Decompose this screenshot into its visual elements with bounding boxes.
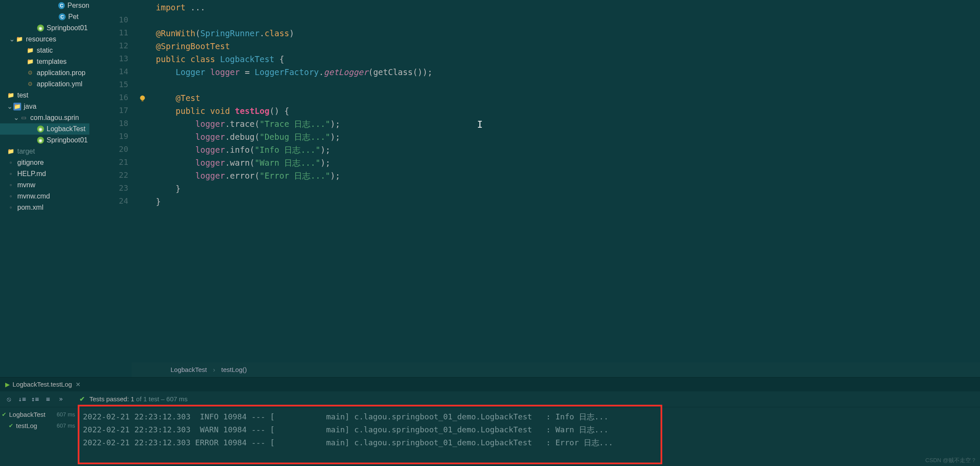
breadcrumb[interactable]: LogbackTest › testLog() xyxy=(132,362,980,378)
code-line[interactable]: logger.warn("Warn 日志..."); xyxy=(156,156,980,169)
tree-item-label: pom.xml xyxy=(17,202,43,213)
run-toolbar: ⦸ ↓≡ ↕≡ ≡ » ✔ Tests passed: 1 of 1 test … xyxy=(0,391,980,407)
code-token: public class xyxy=(156,53,220,66)
folder-icon: 📁 xyxy=(7,148,15,155)
svg-rect-6 xyxy=(142,101,144,101)
console-output[interactable]: 2022-02-21 22:23:12.303 INFO 10984 --- [… xyxy=(78,407,980,466)
test-tree-item[interactable]: ✔testLog607 ms xyxy=(0,420,78,431)
code-token xyxy=(156,157,196,169)
line-number: 11 xyxy=(89,27,128,40)
spr-icon: ◉ xyxy=(37,126,44,132)
test-tree-item[interactable]: ✔LogbackTest607 ms xyxy=(0,409,78,420)
code-editor[interactable]: I import ...@RunWith(SpringRunner.class)… xyxy=(132,0,980,377)
stop-button[interactable]: ⦸ xyxy=(3,393,16,405)
code-token: ); xyxy=(330,118,340,130)
text-cursor-icon: I xyxy=(477,117,483,132)
code-line[interactable]: logger.info("Info 日志..."); xyxy=(156,143,980,156)
code-line[interactable]: @RunWith(SpringRunner.class) xyxy=(156,27,980,40)
line-number: 24 xyxy=(89,195,128,208)
breadcrumb-method[interactable]: testLog() xyxy=(221,366,247,373)
cfg-icon: ⚙ xyxy=(26,69,34,77)
code-token xyxy=(156,118,196,130)
file-icon: ▫ xyxy=(7,204,15,211)
tree-item[interactable]: ⚙application.prop xyxy=(0,67,89,79)
file-icon: ▫ xyxy=(7,159,15,167)
log-line[interactable]: 2022-02-21 22:23:12.303 INFO 10984 --- [… xyxy=(83,411,975,424)
expand-button[interactable]: ≡ xyxy=(41,393,54,405)
tree-item[interactable]: ▫mvnw xyxy=(0,179,89,191)
test-tree[interactable]: ✔LogbackTest607 ms✔testLog607 ms xyxy=(0,407,78,466)
code-token: import xyxy=(156,1,186,14)
folder-icon: 📁 xyxy=(13,103,21,110)
tree-item-label: Pet xyxy=(68,12,79,22)
tree-item[interactable]: ⌄▭com.lagou.sprin xyxy=(0,112,89,123)
code-line[interactable]: @Test xyxy=(156,91,980,104)
tree-item[interactable]: ◉Springboot01 xyxy=(0,135,89,146)
code-token: logger xyxy=(210,66,240,79)
tree-item[interactable]: CPet xyxy=(0,11,89,22)
tree-item[interactable]: 📁target xyxy=(0,146,89,157)
tree-item[interactable]: ▫pom.xml xyxy=(0,202,89,213)
tree-item[interactable]: ▫HELP.md xyxy=(0,168,89,179)
code-line[interactable]: Logger logger = LoggerFactory.getLogger(… xyxy=(156,66,980,79)
tree-item[interactable]: ◉Springboot01 xyxy=(0,22,89,34)
code-line[interactable]: @SpringBootTest xyxy=(156,40,980,53)
tree-item[interactable]: ▫mvnw.cmd xyxy=(0,191,89,202)
project-tree[interactable]: CPersonCPet◉Springboot01⌄📁resources📁stat… xyxy=(0,0,89,377)
code-token: Logger xyxy=(176,66,205,79)
code-line[interactable]: } xyxy=(156,195,980,208)
tree-item[interactable]: ◉LogbackTest xyxy=(0,123,89,135)
file-icon: ▫ xyxy=(7,170,15,178)
code-line[interactable]: public class LogbackTest { xyxy=(156,53,980,66)
run-icon: ▶ xyxy=(5,380,10,389)
code-line[interactable]: import ... xyxy=(156,1,980,14)
code-token: logger xyxy=(196,157,225,169)
code-line[interactable]: public void testLog() { xyxy=(156,104,980,117)
chevron-icon: ⌄ xyxy=(6,101,13,112)
line-number: 22 xyxy=(89,169,128,182)
code-token xyxy=(156,170,196,182)
code-line[interactable]: } xyxy=(156,182,980,195)
tree-item[interactable]: ▫gitignore xyxy=(0,157,89,168)
log-line[interactable]: 2022-02-21 22:23:12.303 ERROR 10984 --- … xyxy=(83,437,975,450)
cfg-icon: ⚙ xyxy=(26,80,34,88)
run-tab-label[interactable]: LogbackTest.testLog xyxy=(13,380,72,390)
code-line[interactable]: logger.error("Error 日志..."); xyxy=(156,169,980,182)
tree-item-label: java xyxy=(24,101,36,112)
intention-bulb-icon[interactable] xyxy=(139,93,146,101)
tree-item[interactable]: CPerson xyxy=(0,0,89,11)
close-icon[interactable]: ✕ xyxy=(76,380,81,389)
code-token: logger xyxy=(196,131,225,143)
more-button[interactable]: » xyxy=(54,393,67,405)
code-token xyxy=(156,92,176,104)
line-number: 20 xyxy=(89,143,128,156)
tree-item-label: application.prop xyxy=(37,68,85,78)
sort-button[interactable]: ↓≡ xyxy=(16,393,28,405)
code-token xyxy=(156,105,176,117)
breadcrumb-class[interactable]: LogbackTest xyxy=(171,366,207,373)
code-token: ); xyxy=(320,157,330,169)
filter-button[interactable]: ↕≡ xyxy=(28,393,41,405)
code-line[interactable]: logger.trace("Trace 日志..."); xyxy=(156,117,980,130)
tree-item[interactable]: ⌄📁java xyxy=(0,101,89,112)
code-line[interactable]: logger.debug("Debug 日志..."); xyxy=(156,130,980,143)
tree-item-label: mvnw xyxy=(17,180,35,190)
log-line[interactable]: 2022-02-21 22:23:12.303 WARN 10984 --- [… xyxy=(83,424,975,437)
code-line[interactable] xyxy=(156,14,980,27)
tree-item[interactable]: 📁templates xyxy=(0,56,89,67)
tree-item-label: templates xyxy=(37,57,66,67)
tree-item[interactable]: ⌄📁resources xyxy=(0,34,89,45)
code-token xyxy=(156,131,196,143)
tree-item[interactable]: 📁static xyxy=(0,45,89,56)
code-token: .info( xyxy=(225,144,255,156)
code-token: ... xyxy=(186,1,205,14)
tree-item[interactable]: 📁test xyxy=(0,90,89,101)
tree-item[interactable]: ⚙application.yml xyxy=(0,79,89,90)
tree-item-label: test xyxy=(17,90,28,101)
code-line[interactable] xyxy=(156,79,980,91)
code-token: @Test xyxy=(176,92,200,104)
code-token xyxy=(156,144,196,156)
spr-icon: ◉ xyxy=(37,25,44,31)
code-token: "Error 日志..." xyxy=(259,170,330,182)
code-token: logger xyxy=(196,144,225,156)
